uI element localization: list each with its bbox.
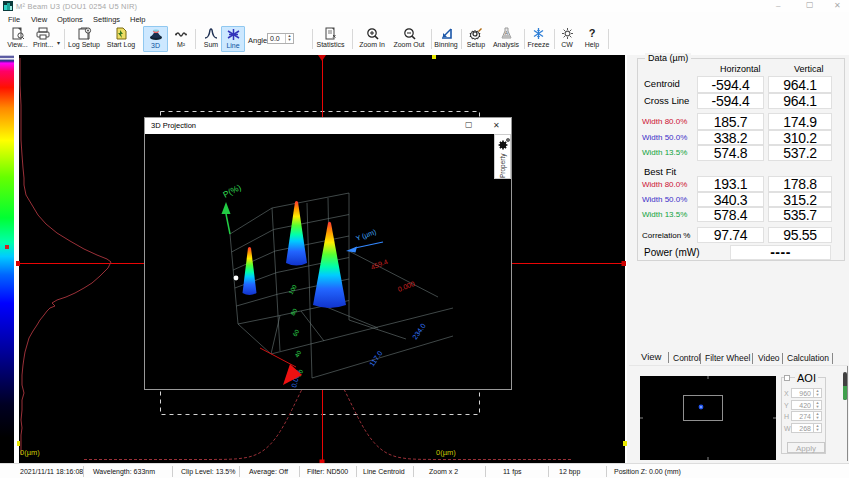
svg-text:Y (µm): Y (µm)	[355, 228, 377, 243]
svg-text:0(µm): 0(µm)	[20, 448, 40, 457]
svg-text:234.0: 234.0	[411, 322, 427, 340]
svg-text:80: 80	[290, 307, 299, 316]
svg-text:100: 100	[288, 283, 299, 295]
svg-text:459.4: 459.4	[370, 258, 389, 271]
svg-text:P(%): P(%)	[221, 182, 243, 200]
svg-text:40: 40	[294, 349, 303, 358]
svg-text:0(µm): 0(µm)	[436, 448, 456, 457]
svg-text:117.0: 117.0	[368, 350, 384, 368]
svg-text:60: 60	[292, 328, 301, 337]
svg-text:0.000: 0.000	[397, 280, 416, 293]
